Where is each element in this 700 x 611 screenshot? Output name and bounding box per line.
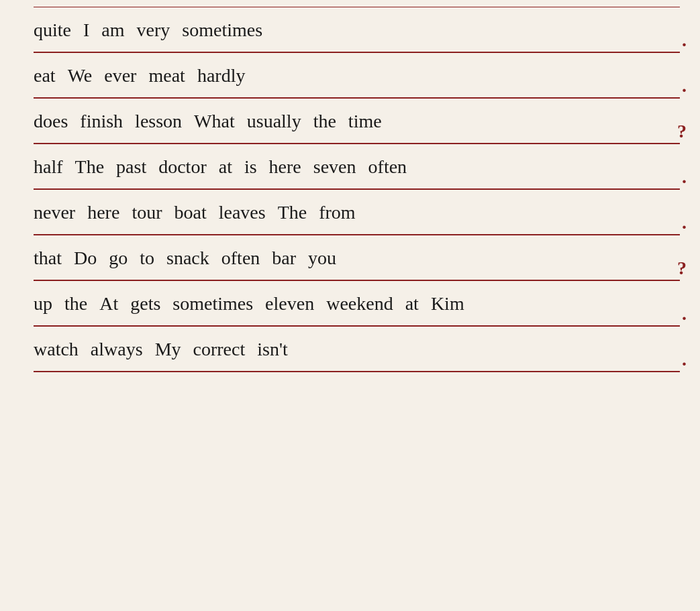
row-block-3: doesfinishlessonWhatusuallythetime?	[0, 98, 700, 144]
word-5-0[interactable]: never	[34, 202, 75, 223]
word-7-7[interactable]: at	[405, 293, 419, 315]
punctuation-3: ?	[677, 121, 687, 142]
word-4-2[interactable]: past	[116, 156, 146, 178]
words-line-4: halfThepastdoctoratisheresevenoften	[34, 144, 680, 184]
word-2-4[interactable]: hardly	[197, 65, 246, 87]
answer-line-2	[34, 93, 680, 98]
worksheet: quiteIamverysometimes.eatWeevermeathardl…	[0, 7, 700, 372]
word-6-6[interactable]: bar	[272, 247, 296, 269]
word-6-1[interactable]: Do	[74, 247, 97, 269]
word-2-3[interactable]: meat	[148, 65, 185, 87]
word-3-6[interactable]: time	[348, 111, 382, 132]
word-6-3[interactable]: to	[140, 247, 154, 269]
punctuation-5: .	[682, 212, 687, 233]
word-4-4[interactable]: at	[219, 156, 232, 178]
word-7-5[interactable]: eleven	[265, 293, 314, 315]
word-4-7[interactable]: seven	[313, 156, 356, 178]
words-line-1: quiteIamverysometimes	[34, 7, 680, 47]
word-8-2[interactable]: My	[155, 339, 181, 360]
word-1-3[interactable]: very	[137, 19, 170, 41]
word-1-1[interactable]: I	[83, 19, 89, 41]
punctuation-7: .	[682, 303, 687, 325]
word-6-0[interactable]: that	[34, 247, 62, 269]
row-block-8: watchalwaysMycorrectisn't.	[0, 326, 700, 372]
word-8-1[interactable]: always	[91, 339, 143, 360]
word-1-2[interactable]: am	[101, 19, 124, 41]
punctuation-4: .	[682, 166, 687, 188]
word-7-2[interactable]: At	[99, 293, 118, 315]
word-8-3[interactable]: correct	[193, 339, 246, 360]
row-block-5: neverheretourboatleavesThefrom.	[0, 189, 700, 235]
word-4-5[interactable]: is	[244, 156, 257, 178]
word-3-0[interactable]: does	[34, 111, 68, 132]
answer-line-6	[34, 275, 680, 280]
row-block-6: thatDogotosnackoftenbaryou?	[0, 235, 700, 280]
word-4-0[interactable]: half	[34, 156, 63, 178]
word-2-2[interactable]: ever	[104, 65, 136, 87]
word-3-4[interactable]: usually	[247, 111, 301, 132]
word-7-0[interactable]: up	[34, 293, 52, 315]
row-block-1: quiteIamverysometimes.	[0, 7, 700, 52]
answer-line-1	[34, 47, 680, 52]
row-block-7: uptheAtgetssometimeselevenweekendatKim.	[0, 280, 700, 326]
answer-line-5	[34, 229, 680, 235]
row-block-4: halfThepastdoctoratisheresevenoften.	[0, 144, 700, 189]
word-4-1[interactable]: The	[75, 156, 105, 178]
word-6-4[interactable]: snack	[166, 247, 209, 269]
word-3-1[interactable]: finish	[80, 111, 123, 132]
word-8-4[interactable]: isn't	[257, 339, 288, 360]
words-line-7: uptheAtgetssometimeselevenweekendatKim	[34, 280, 680, 321]
word-5-2[interactable]: tour	[132, 202, 162, 223]
words-line-2: eatWeevermeathardly	[34, 52, 680, 93]
word-6-2[interactable]: go	[109, 247, 128, 269]
word-6-5[interactable]: often	[221, 247, 260, 269]
words-line-5: neverheretourboatleavesThefrom	[34, 189, 680, 229]
word-4-6[interactable]: here	[269, 156, 301, 178]
punctuation-2: .	[682, 75, 687, 97]
word-2-0[interactable]: eat	[34, 65, 56, 87]
word-3-5[interactable]: the	[313, 111, 336, 132]
word-3-2[interactable]: lesson	[135, 111, 182, 132]
words-line-3: doesfinishlessonWhatusuallythetime	[34, 98, 680, 138]
word-5-5[interactable]: The	[278, 202, 307, 223]
word-2-1[interactable]: We	[68, 65, 93, 87]
punctuation-1: .	[682, 30, 687, 51]
final-border	[34, 372, 680, 372]
answer-line-4	[34, 184, 680, 189]
row-block-2: eatWeevermeathardly.	[0, 52, 700, 98]
word-5-1[interactable]: here	[87, 202, 119, 223]
word-3-3[interactable]: What	[194, 111, 235, 132]
punctuation-6: ?	[677, 258, 687, 279]
word-7-4[interactable]: sometimes	[172, 293, 253, 315]
word-5-3[interactable]: boat	[174, 202, 206, 223]
word-7-6[interactable]: weekend	[326, 293, 393, 315]
word-7-1[interactable]: the	[64, 293, 87, 315]
punctuation-8: .	[682, 349, 687, 370]
words-line-8: watchalwaysMycorrectisn't	[34, 326, 680, 366]
answer-line-3	[34, 138, 680, 144]
word-4-8[interactable]: often	[368, 156, 407, 178]
word-7-3[interactable]: gets	[130, 293, 160, 315]
words-line-6: thatDogotosnackoftenbaryou	[34, 235, 680, 275]
word-6-7[interactable]: you	[308, 247, 336, 269]
word-7-8[interactable]: Kim	[431, 293, 464, 315]
word-1-4[interactable]: sometimes	[182, 19, 262, 41]
word-5-4[interactable]: leaves	[219, 202, 266, 223]
answer-line-7	[34, 321, 680, 326]
word-5-6[interactable]: from	[319, 202, 355, 223]
word-4-3[interactable]: doctor	[158, 156, 207, 178]
word-8-0[interactable]: watch	[34, 339, 79, 360]
word-1-0[interactable]: quite	[34, 19, 71, 41]
answer-line-8	[34, 366, 680, 372]
